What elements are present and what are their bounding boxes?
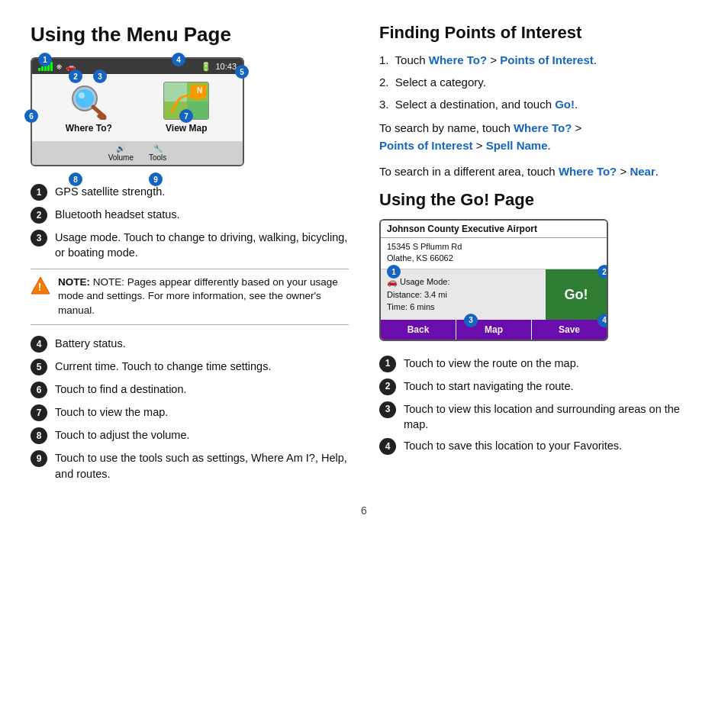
item-badge-6: 6 <box>31 382 47 398</box>
list-item-2: 2 Bluetooth headset status. <box>31 207 349 224</box>
item-text-5: Current time. Touch to change time setti… <box>55 359 271 374</box>
address-line-2: Olathe, KS 66062 <box>387 253 601 264</box>
poi-link-2: Points of Interest <box>379 139 473 152</box>
map-button[interactable]: Map 3 <box>456 320 532 340</box>
device-bottom-bar: 🔊 Volume 🔧 Tools 8 9 <box>32 141 243 165</box>
svg-text:N: N <box>197 86 202 95</box>
where-to-button[interactable]: Where To? <box>66 82 112 134</box>
go-device: Johnson County Executive Airport 15345 S… <box>379 219 608 341</box>
list-item-5: 5 Current time. Touch to change time set… <box>31 359 349 375</box>
go-middle-area: 🚗 Usage Mode: Distance: 3.4 mi Time: 6 m… <box>381 269 607 320</box>
item-badge-2: 2 <box>31 207 47 224</box>
poi-step-2: 2. Select a category. <box>379 74 697 90</box>
device-main-area: Where To? N <box>32 74 243 141</box>
go-section-title: Using the Go! Page <box>379 190 697 210</box>
tools-button[interactable]: 🔧 Tools <box>149 144 166 162</box>
where-to-link-1: Where To? <box>429 53 487 66</box>
tools-label: Tools <box>149 153 166 162</box>
badge-3: 3 <box>93 69 107 83</box>
item-text-1: GPS satellite strength. <box>55 184 165 199</box>
menu-item-list: 1 GPS satellite strength. 2 Bluetooth he… <box>31 184 349 261</box>
go-info-panel: 🚗 Usage Mode: Distance: 3.4 mi Time: 6 m… <box>381 269 546 320</box>
usage-mode-text: 🚗 Usage Mode: <box>387 275 540 288</box>
svg-rect-6 <box>164 82 187 101</box>
go-button[interactable]: Go! <box>546 269 607 320</box>
poi-section-title: Finding Points of Interest <box>379 23 697 43</box>
poi-para-1: To search by name, touch Where To? > Poi… <box>379 120 697 154</box>
back-button[interactable]: Back <box>381 320 456 340</box>
item-badge-1: 1 <box>31 184 47 201</box>
go-list-item-1: 1 Touch to view the route on the map. <box>379 356 697 372</box>
badge-7: 7 <box>179 109 193 123</box>
time-display: 10:43 <box>215 62 237 71</box>
badge-4: 4 <box>172 53 185 66</box>
note-box: ! NOTE: NOTE: Pages appear differently b… <box>31 269 349 326</box>
go-link-1: Go! <box>555 98 575 111</box>
where-to-label: Where To? <box>66 123 112 134</box>
list-item-6: 6 Touch to find a destination. <box>31 382 349 398</box>
badge-6: 6 <box>24 109 38 123</box>
where-to-link-2: Where To? <box>514 121 572 134</box>
go-badge-4: 4 <box>598 314 608 327</box>
save-button[interactable]: Save 4 <box>532 320 607 340</box>
go-device-wrapper: Johnson County Executive Airport 15345 S… <box>379 219 608 353</box>
list-item-3: 3 Usage mode. Touch to change to driving… <box>31 230 349 261</box>
poi-para-2: To search in a different area, touch Whe… <box>379 163 697 181</box>
map-label: Map <box>485 324 503 335</box>
item-text-9: Touch to use the tools such as settings,… <box>55 450 349 482</box>
page-number: 6 <box>31 504 697 517</box>
go-item-text-2: Touch to start navigating the route. <box>404 378 573 394</box>
go-item-badge-2: 2 <box>379 378 396 395</box>
go-button-label: Go! <box>565 287 588 303</box>
near-link: Near <box>630 165 655 178</box>
list-item-9: 9 Touch to use the tools such as setting… <box>31 450 349 482</box>
device-screen: ⎈ 🚗 🔋 10:43 2 3 <box>31 57 244 166</box>
go-item-badge-3: 3 <box>379 401 396 418</box>
list-item-8: 8 Touch to adjust the volume. <box>31 427 349 444</box>
save-label: Save <box>559 324 580 335</box>
back-label: Back <box>407 324 430 335</box>
battery-icon: 🔋 <box>201 62 211 72</box>
item-text-4: Battery status. <box>55 336 126 351</box>
list-item-7: 7 Touch to view the map. <box>31 404 349 421</box>
go-item-text-3: Touch to view this location and surround… <box>404 401 697 433</box>
magnifier-icon <box>68 82 110 120</box>
go-item-list: 1 Touch to view the route on the map. 2 … <box>379 356 697 456</box>
go-list-item-4: 4 Touch to save this location to your Fa… <box>379 438 697 455</box>
view-map-button[interactable]: N View Map <box>163 82 209 134</box>
go-badge-2: 2 <box>598 265 608 279</box>
go-list-item-3: 3 Touch to view this location and surrou… <box>379 401 697 433</box>
poi-step-1: 1. Touch Where To? > Points of Interest. <box>379 52 697 68</box>
poi-step-3: 3. Select a destination, and touch Go!. <box>379 96 697 112</box>
go-item-badge-4: 4 <box>379 438 396 455</box>
top-bar-right: 🔋 10:43 <box>201 62 237 72</box>
item-badge-5: 5 <box>31 359 47 375</box>
usage-mode-icon: 🚗 <box>387 277 398 286</box>
go-item-badge-1: 1 <box>379 356 396 372</box>
item-badge-7: 7 <box>31 404 47 421</box>
warning-icon: ! <box>31 275 50 295</box>
device-top-bar: ⎈ 🚗 🔋 10:43 2 3 <box>32 59 243 74</box>
where-to-link-3: Where To? <box>559 165 617 178</box>
menu-item-list-2: 4 Battery status. 5 Current time. Touch … <box>31 336 349 482</box>
tools-icon: 🔧 <box>153 144 163 153</box>
poi-step-list: 1. Touch Where To? > Points of Interest.… <box>379 52 697 112</box>
svg-text:!: ! <box>38 281 42 293</box>
go-device-address: 15345 S Pflumm Rd Olathe, KS 66062 <box>381 238 607 270</box>
volume-button[interactable]: 🔊 Volume <box>108 144 134 162</box>
volume-label: Volume <box>108 153 134 162</box>
list-item-1: 1 GPS satellite strength. <box>31 184 349 201</box>
item-badge-3: 3 <box>31 230 47 246</box>
distance-text: Distance: 3.4 mi <box>387 288 540 301</box>
poi-link-1: Points of Interest <box>500 53 594 66</box>
item-text-3: Usage mode. Touch to change to driving, … <box>55 230 349 261</box>
go-item-text-1: Touch to view the route on the map. <box>404 356 579 371</box>
go-item-text-4: Touch to save this location to your Favo… <box>404 438 622 453</box>
item-text-6: Touch to find a destination. <box>55 382 187 397</box>
item-badge-9: 9 <box>31 450 47 467</box>
svg-point-2 <box>79 92 85 98</box>
item-badge-4: 4 <box>31 336 47 353</box>
item-badge-8: 8 <box>31 427 47 444</box>
go-badge-3: 3 <box>464 314 478 327</box>
menu-device-mockup: 1 4 5 ⎈ <box>31 57 244 182</box>
